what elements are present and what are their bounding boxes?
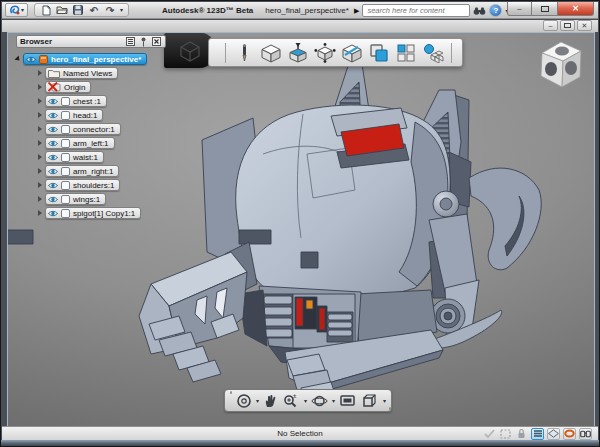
help-button[interactable]: ? <box>489 4 502 17</box>
expander-icon[interactable] <box>38 210 42 216</box>
sketch-pen-button[interactable] <box>233 42 255 64</box>
search-go-button[interactable] <box>473 6 486 16</box>
tree-row[interactable]: Named Views <box>38 66 166 80</box>
browser-panel-header[interactable]: Browser <box>16 35 166 48</box>
navbar-grip[interactable] <box>230 391 232 394</box>
tree-item-chip[interactable]: arm_right:1 <box>45 165 119 177</box>
visual-style-toggle[interactable] <box>531 428 544 440</box>
tree-item-chip[interactable]: Origin <box>45 81 91 93</box>
tree-item-chip[interactable]: spigot[1] Copy1:1 <box>45 207 141 219</box>
expander-icon[interactable] <box>38 140 42 146</box>
doc-close-button[interactable]: ✕ <box>577 20 592 31</box>
steering-wheel-caret-icon[interactable]: ▾ <box>256 398 259 404</box>
minimize-button[interactable]: – <box>507 2 532 16</box>
tree-item-chip[interactable]: head:1 <box>45 109 103 121</box>
robot-arm-left[interactable] <box>139 242 257 382</box>
visibility-eye-icon[interactable] <box>48 112 58 119</box>
doc-restore-button[interactable] <box>560 20 575 31</box>
visibility-eye-icon[interactable] <box>48 98 58 105</box>
tree-item-chip[interactable]: Named Views <box>45 67 118 79</box>
confirm-check-icon[interactable] <box>483 428 496 440</box>
doc-minimize-button[interactable]: – <box>543 20 558 31</box>
zoom-button[interactable]: ± <box>282 392 301 410</box>
ground-plane-toggle[interactable] <box>547 428 560 440</box>
pattern-button[interactable] <box>395 42 417 64</box>
robot-cockpit[interactable] <box>331 108 409 168</box>
expander-open-icon[interactable] <box>14 55 21 62</box>
tree-item-chip[interactable]: connector:1 <box>45 123 121 135</box>
tree-row[interactable]: arm_left:1 <box>38 136 166 150</box>
tree-row[interactable]: arm_right:1 <box>38 164 166 178</box>
expander-icon[interactable] <box>38 196 42 202</box>
expander-icon[interactable] <box>38 70 42 76</box>
tree-item-chip[interactable]: wings:1 <box>45 193 106 205</box>
visibility-eye-icon[interactable] <box>48 182 58 189</box>
expander-icon[interactable] <box>38 98 42 104</box>
tree-row[interactable]: chest :1 <box>38 94 166 108</box>
visibility-eye-icon[interactable] <box>48 154 58 161</box>
visibility-eye-icon[interactable] <box>48 126 58 133</box>
hidden-origin-icon[interactable] <box>48 82 61 92</box>
zoom-caret-icon[interactable]: ▾ <box>304 398 307 404</box>
sketch-visibility-toggle[interactable] <box>563 428 576 440</box>
robot-waist-orange-light[interactable] <box>306 300 313 309</box>
search-input[interactable] <box>362 4 470 17</box>
expander-icon[interactable] <box>38 84 42 90</box>
tree-row[interactable]: waist:1 <box>38 150 166 164</box>
tree-row[interactable]: wings:1 <box>38 192 166 206</box>
tree-row[interactable]: Origin <box>38 80 166 94</box>
tree-row[interactable]: spigot[1] Copy1:1 <box>38 206 166 220</box>
material-button[interactable] <box>422 42 444 64</box>
browser-close-button[interactable] <box>151 37 162 47</box>
tree-item-chip[interactable]: waist:1 <box>45 151 104 163</box>
robot-claw-right[interactable] <box>469 168 541 270</box>
browser-pin-button[interactable] <box>138 37 149 47</box>
expander-icon[interactable] <box>38 154 42 160</box>
search-collapse-icon[interactable]: ▶ <box>354 7 359 15</box>
view-face-caret-icon[interactable]: ▾ <box>383 398 386 404</box>
lock-icon[interactable] <box>515 428 528 440</box>
selection-window-icon[interactable] <box>499 428 512 440</box>
viewport-3d[interactable]: Browser <box>7 32 595 427</box>
tree-row[interactable]: head:1 <box>38 108 166 122</box>
view-face-button[interactable] <box>360 392 380 410</box>
new-document-button[interactable] <box>40 4 52 16</box>
tree-item-chip[interactable]: chest :1 <box>45 95 107 107</box>
tree-row[interactable]: shoulders:1 <box>38 178 166 192</box>
visibility-eye-icon[interactable] <box>48 196 58 203</box>
visibility-eye-icon[interactable] <box>26 56 36 63</box>
visibility-eye-icon[interactable] <box>48 210 58 217</box>
view-cube[interactable] <box>534 37 588 95</box>
orbit-caret-icon[interactable]: ▾ <box>332 398 335 404</box>
combine-button[interactable] <box>368 42 390 64</box>
robot-waist-red-stripe[interactable] <box>296 298 303 326</box>
browser-list-button[interactable] <box>125 37 136 47</box>
tree-item-chip[interactable]: shoulders:1 <box>45 179 120 191</box>
open-file-button[interactable] <box>56 4 68 16</box>
undo-button[interactable]: ↶ <box>88 4 100 16</box>
move-button[interactable] <box>314 42 336 64</box>
steering-wheel-button[interactable] <box>235 392 253 410</box>
visibility-eye-icon[interactable] <box>48 140 58 147</box>
expander-icon[interactable] <box>38 168 42 174</box>
qat-more-caret-icon[interactable]: ▾ <box>120 7 123 13</box>
expander-icon[interactable] <box>38 182 42 188</box>
pan-button[interactable] <box>262 392 279 410</box>
tree-root-chip[interactable]: hero_final_perspective* <box>23 53 147 65</box>
visibility-eye-icon[interactable] <box>48 168 58 175</box>
look-at-button[interactable] <box>338 392 357 410</box>
tree-item-chip[interactable]: arm_left:1 <box>45 137 115 149</box>
tree-row-root[interactable]: hero_final_perspective* <box>16 52 166 66</box>
save-button[interactable] <box>72 4 84 16</box>
press-pull-button[interactable] <box>287 42 309 64</box>
app-menu-button[interactable]: ▾ <box>5 3 28 17</box>
tree-row[interactable]: connector:1 <box>38 122 166 136</box>
modify-button[interactable] <box>341 42 363 64</box>
expander-icon[interactable] <box>38 112 42 118</box>
maximize-button[interactable] <box>532 2 558 16</box>
primitive-box-button[interactable] <box>260 42 282 64</box>
expander-icon[interactable] <box>38 126 42 132</box>
navbar-grip[interactable] <box>389 407 391 410</box>
orbit-button[interactable] <box>310 392 329 410</box>
redo-button[interactable]: ↷ <box>104 4 116 16</box>
